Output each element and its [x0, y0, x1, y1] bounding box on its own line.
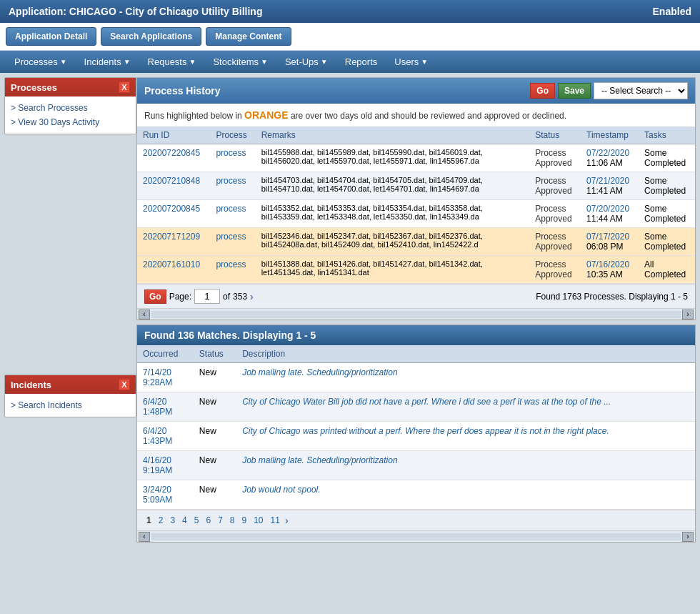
inc-scroll-left-button[interactable]: ‹ — [139, 532, 150, 542]
inc-occurred: 6/4/201:43PM — [137, 422, 194, 451]
process-history-save-button[interactable]: Save — [558, 83, 591, 99]
incidents-panel: Found 136 Matches. Displaying 1 - 5 Occu… — [136, 325, 696, 543]
remarks-cell: bil1454703.dat, bil1454704.dat, bil14547… — [256, 172, 530, 200]
tab-search-applications[interactable]: Search Applications — [101, 27, 201, 46]
remarks-cell: bil1453352.dat, bil1453353.dat, bil14533… — [256, 200, 530, 228]
col-remarks: Remarks — [256, 127, 530, 144]
run-id-link[interactable]: 202007210848 — [143, 176, 200, 186]
process-link[interactable]: process — [216, 232, 246, 242]
processes-panel-close[interactable]: X — [119, 81, 130, 93]
inc-page-7[interactable]: 7 — [216, 515, 225, 526]
process-table-row: 202007161010 process bil1451388.dat, bil… — [137, 256, 695, 284]
tab-manage-content[interactable]: Manage Content — [206, 27, 291, 46]
sidebar-incidents-panel: Incidents X Search Incidents — [4, 375, 136, 417]
scroll-right-button[interactable]: › — [682, 310, 694, 320]
found-processes-text: Found 1763 Processes. Displaying 1 - 5 — [536, 292, 688, 302]
process-table-row: 202007200845 process bil1453352.dat, bil… — [137, 200, 695, 228]
incidents-scrollbar: ‹ › — [137, 530, 695, 542]
nav-setups[interactable]: Set-Ups ▼ — [276, 51, 336, 73]
incident-table-row: 6/4/201:48PM New City of Chicago Water B… — [137, 392, 695, 422]
page-input[interactable] — [194, 289, 220, 304]
col-timestamp: Timestamp — [581, 127, 639, 144]
incident-table-row: 6/4/201:43PM New City of Chicago was pri… — [137, 422, 695, 451]
timestamp-cell: 07/21/202011:41 AM — [581, 172, 639, 200]
status-cell: ProcessApproved — [529, 228, 581, 256]
page-label: Page: — [169, 292, 191, 302]
inc-col-description: Description — [236, 345, 695, 363]
page-go-button[interactable]: Go — [144, 289, 166, 304]
page-next-arrow[interactable]: › — [250, 291, 254, 302]
status-cell: ProcessApproved — [529, 256, 581, 284]
inc-status: New — [194, 363, 236, 392]
inc-occurred: 3/24/205:09AM — [137, 480, 194, 510]
process-table-row: 202007210848 process bil1454703.dat, bil… — [137, 172, 695, 200]
inc-page-10[interactable]: 10 — [251, 515, 265, 526]
sidebar-processes-header: Processes X — [5, 78, 136, 96]
inc-page-4[interactable]: 4 — [180, 515, 189, 526]
process-link[interactable]: process — [216, 259, 246, 269]
tasks-cell: AllCompleted — [639, 256, 695, 284]
process-history-controls: Go Save -- Select Search -- — [530, 82, 688, 99]
status-cell: ProcessApproved — [529, 172, 581, 200]
nav-processes[interactable]: Processes ▼ — [6, 51, 76, 73]
process-table-row: 202007171209 process bil1452346.dat, bil… — [137, 228, 695, 256]
inc-scroll-track[interactable] — [151, 533, 681, 540]
nav-stockitems[interactable]: Stockitems ▼ — [204, 51, 276, 73]
inc-col-status: Status — [194, 345, 236, 363]
tasks-cell: SomeCompleted — [639, 172, 695, 200]
page-total: 353 — [233, 292, 247, 302]
inc-description: Job would not spool. — [236, 480, 695, 510]
inc-status: New — [194, 451, 236, 480]
view-30days-link[interactable]: View 30 Days Activity — [11, 115, 130, 129]
search-incidents-link[interactable]: Search Incidents — [11, 398, 130, 412]
nav-incidents-arrow: ▼ — [124, 58, 131, 66]
run-id-link[interactable]: 202007161010 — [143, 259, 200, 269]
inc-page-5[interactable]: 5 — [192, 515, 201, 526]
inc-page-9[interactable]: 9 — [240, 515, 249, 526]
sidebar-processes-body: Search Processes View 30 Days Activity — [5, 96, 136, 134]
content-area: Process History Go Save -- Select Search… — [136, 77, 696, 543]
incidents-pagination: 1 2 3 4 5 6 7 8 9 10 11 › — [137, 510, 695, 530]
search-processes-link[interactable]: Search Processes — [11, 101, 130, 115]
process-link[interactable]: process — [216, 204, 246, 214]
nav-stockitems-arrow: ▼ — [261, 58, 268, 66]
sidebar: Processes X Search Processes View 30 Day… — [4, 77, 136, 417]
nav-requests[interactable]: Requests ▼ — [139, 51, 205, 73]
inc-occurred: 4/16/209:19AM — [137, 451, 194, 480]
process-link[interactable]: process — [216, 148, 246, 158]
scroll-left-button[interactable]: ‹ — [139, 310, 150, 320]
inc-page-3[interactable]: 3 — [168, 515, 177, 526]
process-link[interactable]: process — [216, 176, 246, 186]
remarks-cell: bil1451388.dat, bil1451426.dat, bil14514… — [256, 256, 530, 284]
inc-page-1[interactable]: 1 — [144, 515, 154, 526]
run-id-link[interactable]: 202007171209 — [143, 232, 200, 242]
process-history-go-button[interactable]: Go — [530, 83, 555, 99]
run-id-link[interactable]: 202007200845 — [143, 204, 200, 214]
nav-users[interactable]: Users ▼ — [386, 51, 436, 73]
main-layout: Processes X Search Processes View 30 Day… — [0, 73, 700, 547]
inc-page-8[interactable]: 8 — [228, 515, 237, 526]
process-history-header: Process History Go Save -- Select Search… — [137, 78, 695, 104]
inc-page-2[interactable]: 2 — [156, 515, 166, 526]
timestamp-cell: 07/20/202011:44 AM — [581, 200, 639, 228]
tab-application-detail[interactable]: Application Detail — [6, 27, 96, 46]
nav-requests-arrow: ▼ — [189, 58, 196, 66]
pagination-left: Go Page: of 353 › — [144, 289, 254, 304]
inc-page-11[interactable]: 11 — [269, 515, 282, 526]
inc-description: City of Chicago Water Bill job did not h… — [236, 392, 695, 422]
col-tasks: Tasks — [639, 127, 695, 144]
incidents-panel-close[interactable]: X — [119, 379, 130, 390]
inc-occurred: 6/4/201:48PM — [137, 392, 194, 422]
nav-incidents[interactable]: Incidents ▼ — [76, 51, 139, 73]
run-id-link[interactable]: 202007220845 — [143, 148, 200, 158]
status-cell: ProcessApproved — [529, 144, 581, 172]
nav-processes-arrow: ▼ — [60, 58, 67, 66]
inc-page-6[interactable]: 6 — [204, 515, 213, 526]
inc-next-arrow[interactable]: › — [285, 515, 289, 526]
timestamp-cell: 07/22/202011:06 AM — [581, 144, 639, 172]
nav-reports[interactable]: Reports — [336, 51, 386, 73]
scroll-track[interactable] — [151, 311, 681, 318]
process-history-select-search[interactable]: -- Select Search -- — [594, 82, 688, 99]
tab-bar: Application Detail Search Applications M… — [0, 23, 700, 51]
inc-scroll-right-button[interactable]: › — [682, 532, 694, 542]
